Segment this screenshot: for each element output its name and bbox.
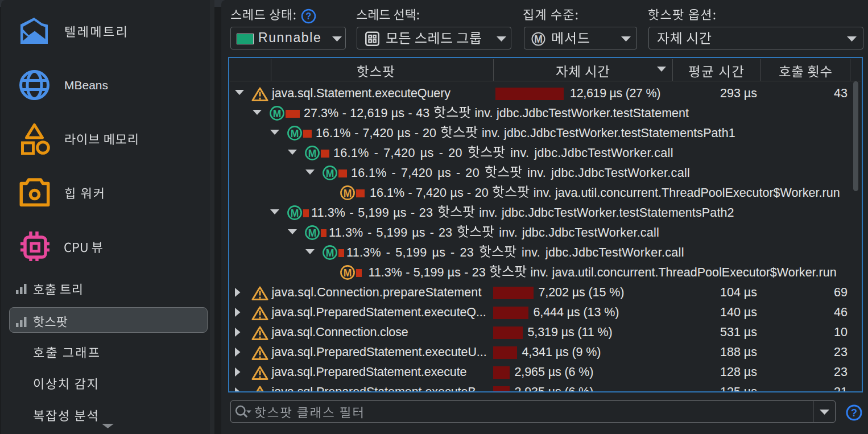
svg-text:?: ? [851,407,857,418]
svg-text:?: ? [305,11,311,21]
svg-text:M: M [534,34,543,45]
